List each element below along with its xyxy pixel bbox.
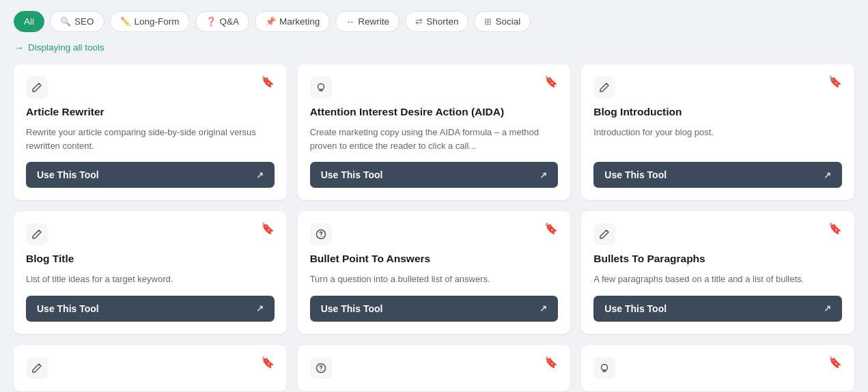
filter-bar: All 🔍 SEO ✏️ Long-Form ❓ Q&A 📌 Marketing… [14,11,854,32]
card-icon-bullet-answers [310,223,332,245]
displaying-label-row: → Displaying all tools [14,42,854,53]
filter-marketing[interactable]: 📌 Marketing [255,11,330,32]
use-tool-btn-blog-title[interactable]: Use This Tool ↗ [26,296,275,322]
svg-point-4 [320,369,321,370]
bookmark-icon-5[interactable]: 🔖 [544,223,558,234]
use-tool-label-3: Use This Tool [604,169,667,180]
card-header-2: 🔖 [310,76,559,98]
filter-all[interactable]: All [14,11,44,32]
pen-svg-icon-3 [599,82,610,93]
filter-all-label: All [24,16,34,27]
bookmark-icon-1[interactable]: 🔖 [261,76,275,87]
bookmark-icon-3[interactable]: 🔖 [828,76,842,87]
card-header-5: 🔖 [310,223,559,245]
filter-social[interactable]: ⊞ Social [474,11,531,32]
filter-long-form-label: Long-Form [135,16,180,27]
use-tool-btn-blog-intro[interactable]: Use This Tool ↗ [593,162,842,188]
svg-point-5 [602,364,608,370]
card-desc-blog-title: List of title ideas for a target keyword… [26,272,275,286]
partial-card-header-1: 🔖 [26,357,275,379]
partial-card-header-3: 🔖 [593,357,842,379]
card-desc-article-rewriter: Rewrite your article comparing side-by-s… [26,126,275,152]
partial-card-icon-3 [593,357,615,379]
card-desc-blog-intro: Introduction for your blog post. [593,126,842,152]
use-tool-btn-article-rewriter[interactable]: Use This Tool ↗ [26,162,275,188]
pin-icon: 📌 [265,16,276,27]
use-tool-btn-aida[interactable]: Use This Tool ↗ [310,162,559,188]
use-tool-label-2: Use This Tool [321,169,383,180]
external-link-icon-6: ↗ [824,303,831,313]
filter-rewrite-label: Rewrite [358,16,389,27]
partial-cards-grid: 🔖 🔖 🔖 [14,345,854,391]
external-link-icon-4: ↗ [256,303,264,313]
card-bullet-answers: 🔖 Bullet Point To Answers Turn a questio… [298,211,571,334]
card-title-bullet-answers: Bullet Point To Answers [310,252,559,266]
bookmark-icon-2[interactable]: 🔖 [544,76,558,87]
card-title-blog-intro: Blog Introduction [593,105,842,119]
question-svg-icon-p2 [316,363,326,374]
card-icon-bullets-paragraphs [593,223,615,245]
bookmark-icon-p1[interactable]: 🔖 [261,357,275,368]
partial-card-2: 🔖 [298,345,571,391]
pen-icon: ✏️ [120,16,131,27]
pen-svg-icon-6 [599,229,610,240]
card-title-article-rewriter: Article Rewriter [26,105,275,119]
partial-card-1: 🔖 [14,345,287,391]
filter-qna-label: Q&A [220,16,240,27]
svg-point-0 [318,84,324,90]
filter-marketing-label: Marketing [279,16,320,27]
filter-shorten[interactable]: ⇄ Shorten [405,11,468,32]
arrow-icon: → [14,42,24,53]
bookmark-icon-6[interactable]: 🔖 [828,223,842,234]
question-icon: ❓ [206,16,216,27]
bookmark-icon-4[interactable]: 🔖 [261,223,275,234]
partial-card-3: 🔖 [581,345,854,391]
card-header-6: 🔖 [593,223,842,245]
partial-card-icon-1 [26,357,48,379]
shorten-icon: ⇄ [415,16,423,27]
filter-seo-label: SEO [74,16,94,27]
use-tool-label-5: Use This Tool [321,303,383,314]
card-icon-blog-title [26,223,48,245]
pen-svg-icon-4 [31,229,42,240]
search-icon: 🔍 [60,16,71,27]
external-link-icon-2: ↗ [540,170,547,180]
card-blog-title: 🔖 Blog Title List of title ideas for a t… [14,211,287,334]
pen-svg-icon-p1 [31,363,42,374]
use-tool-label-4: Use This Tool [37,303,99,314]
use-tool-btn-bullet-answers[interactable]: Use This Tool ↗ [310,296,559,322]
use-tool-btn-bullets-paragraphs[interactable]: Use This Tool ↗ [593,296,842,322]
filter-long-form[interactable]: ✏️ Long-Form [110,11,190,32]
external-link-icon-3: ↗ [824,170,831,180]
card-desc-bullets-paragraphs: A few paragraphs based on a title and a … [593,272,842,286]
use-tool-label-6: Use This Tool [604,303,667,314]
svg-point-2 [320,236,321,236]
card-desc-bullet-answers: Turn a question into a bulleted list of … [310,272,559,286]
filter-social-label: Social [495,16,520,27]
social-icon: ⊞ [484,16,492,27]
card-bullets-paragraphs: 🔖 Bullets To Paragraphs A few paragraphs… [581,211,854,334]
partial-card-icon-2 [310,357,332,379]
bookmark-icon-p2[interactable]: 🔖 [544,357,558,368]
filter-shorten-label: Shorten [426,16,458,27]
card-icon-article-rewriter [26,76,48,98]
card-blog-intro: 🔖 Blog Introduction Introduction for you… [581,64,854,200]
card-icon-blog-intro [593,76,615,98]
external-link-icon-5: ↗ [540,303,547,313]
pen-svg-icon [31,82,42,93]
bookmark-icon-p3[interactable]: 🔖 [828,357,842,368]
card-title-blog-title: Blog Title [26,252,275,266]
partial-card-header-2: 🔖 [310,357,559,379]
displaying-text: Displaying all tools [28,42,104,53]
card-header-4: 🔖 [26,223,275,245]
use-tool-label-1: Use This Tool [37,169,99,180]
filter-seo[interactable]: 🔍 SEO [50,11,104,32]
card-article-rewriter: 🔖 Article Rewriter Rewrite your article … [14,64,287,200]
card-title-bullets-paragraphs: Bullets To Paragraphs [593,252,842,266]
bulb-svg-icon [316,82,326,93]
card-header-1: 🔖 [26,76,275,98]
card-header-3: 🔖 [593,76,842,98]
filter-rewrite[interactable]: ↔️ Rewrite [335,11,400,32]
bulb-svg-icon-p3 [599,363,610,374]
filter-qna[interactable]: ❓ Q&A [195,11,250,32]
